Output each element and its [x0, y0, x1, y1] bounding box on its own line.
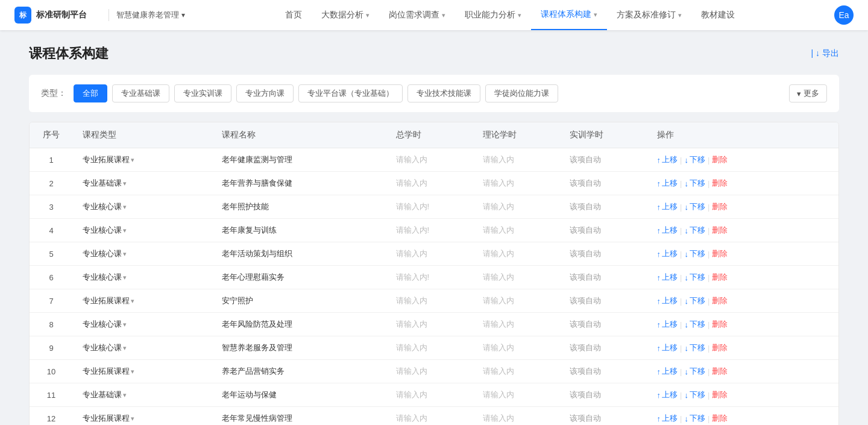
type-dropdown-icon[interactable]: ▾ — [123, 250, 127, 258]
move-down-button[interactable]: 下移 — [690, 413, 705, 424]
cell-type[interactable]: 专业拓展课程▾ — [73, 148, 212, 172]
cell-theory[interactable]: 请输入内 — [473, 313, 560, 336]
filter-tech[interactable]: 专业技术技能课 — [407, 84, 480, 102]
cell-total[interactable]: 请输入内 — [386, 336, 473, 360]
cell-type[interactable]: 专业核心课▾ — [73, 336, 212, 360]
cell-theory[interactable]: 请输入内 — [473, 219, 560, 242]
cell-type[interactable]: 专业拓展课程▾ — [73, 407, 212, 426]
delete-button[interactable]: 删除 — [712, 389, 728, 400]
move-down-button[interactable]: 下移 — [690, 225, 705, 236]
up-arrow-icon[interactable]: ↑ — [657, 250, 661, 259]
type-dropdown-icon[interactable]: ▾ — [131, 415, 134, 423]
cell-type[interactable]: 专业核心课▾ — [73, 195, 212, 219]
up-arrow-icon[interactable]: ↑ — [657, 297, 661, 306]
cell-type[interactable]: 专业核心课▾ — [73, 266, 212, 289]
move-up-button[interactable]: 上移 — [662, 225, 678, 236]
cell-theory[interactable]: 请输入内 — [473, 195, 560, 219]
nav-item-ability[interactable]: 职业能力分析 ▾ — [455, 0, 531, 30]
up-arrow-icon[interactable]: ↑ — [657, 179, 661, 188]
move-down-button[interactable]: 下移 — [690, 295, 705, 306]
up-arrow-icon[interactable]: ↑ — [657, 156, 661, 165]
cell-theory[interactable]: 请输入内 — [473, 172, 560, 195]
move-up-button[interactable]: 上移 — [662, 248, 678, 259]
delete-button[interactable]: 删除 — [712, 225, 728, 236]
type-dropdown-icon[interactable]: ▾ — [123, 203, 127, 211]
type-dropdown-icon[interactable]: ▾ — [123, 180, 127, 187]
filter-direction[interactable]: 专业方向课 — [236, 84, 294, 102]
nav-item-position[interactable]: 岗位需求调查 ▾ — [379, 0, 455, 30]
move-up-button[interactable]: 上移 — [662, 319, 678, 330]
cell-type[interactable]: 专业拓展课程▾ — [73, 360, 212, 383]
move-up-button[interactable]: 上移 — [662, 201, 678, 212]
move-down-button[interactable]: 下移 — [690, 178, 705, 189]
cell-theory[interactable]: 请输入内 — [473, 360, 560, 383]
filter-practice[interactable]: 专业实训课 — [174, 84, 231, 102]
down-arrow-icon[interactable]: ↓ — [684, 367, 688, 376]
cell-total[interactable]: 请输入内 — [386, 148, 473, 172]
cell-total[interactable]: 请输入内! — [386, 219, 473, 242]
type-dropdown-icon[interactable]: ▾ — [123, 321, 127, 329]
type-dropdown-icon[interactable]: ▾ — [123, 344, 127, 352]
cell-type[interactable]: 专业核心课▾ — [73, 313, 212, 336]
down-arrow-icon[interactable]: ↓ — [684, 226, 688, 235]
cell-theory[interactable]: 请输入内 — [473, 407, 560, 426]
cell-theory[interactable]: 请输入内 — [473, 148, 560, 172]
up-arrow-icon[interactable]: ↑ — [657, 226, 661, 235]
cell-type[interactable]: 专业基础课▾ — [73, 383, 212, 407]
move-up-button[interactable]: 上移 — [662, 389, 678, 400]
type-dropdown-icon[interactable]: ▾ — [131, 297, 134, 305]
move-up-button[interactable]: 上移 — [662, 413, 678, 424]
nav-item-bigdata[interactable]: 大数据分析 ▾ — [312, 0, 379, 30]
move-down-button[interactable]: 下移 — [690, 201, 705, 212]
filter-apprentice[interactable]: 学徒岗位能力课 — [485, 84, 558, 102]
move-up-button[interactable]: 上移 — [662, 366, 678, 377]
move-up-button[interactable]: 上移 — [662, 178, 678, 189]
down-arrow-icon[interactable]: ↓ — [684, 179, 688, 188]
cell-total[interactable]: 请输入内! — [386, 266, 473, 289]
down-arrow-icon[interactable]: ↓ — [684, 320, 688, 329]
move-down-button[interactable]: 下移 — [690, 248, 705, 259]
cell-type[interactable]: 专业核心课▾ — [73, 242, 212, 266]
down-arrow-icon[interactable]: ↓ — [684, 344, 688, 353]
cell-type[interactable]: 专业基础课▾ — [73, 172, 212, 195]
cell-total[interactable]: 请输入内 — [386, 360, 473, 383]
cell-total[interactable]: 请输入内 — [386, 289, 473, 313]
up-arrow-icon[interactable]: ↑ — [657, 273, 661, 282]
move-down-button[interactable]: 下移 — [690, 342, 705, 353]
cell-total[interactable]: 请输入内 — [386, 407, 473, 426]
delete-button[interactable]: 删除 — [712, 366, 728, 377]
delete-button[interactable]: 删除 — [712, 201, 728, 212]
move-down-button[interactable]: 下移 — [690, 319, 705, 330]
move-down-button[interactable]: 下移 — [690, 154, 705, 165]
up-arrow-icon[interactable]: ↑ — [657, 391, 661, 400]
more-button[interactable]: ▾ 更多 — [789, 84, 827, 102]
delete-button[interactable]: 删除 — [712, 342, 728, 353]
move-up-button[interactable]: 上移 — [662, 342, 678, 353]
delete-button[interactable]: 删除 — [712, 178, 728, 189]
cell-total[interactable]: 请输入内 — [386, 313, 473, 336]
move-up-button[interactable]: 上移 — [662, 154, 678, 165]
type-dropdown-icon[interactable]: ▾ — [123, 391, 127, 399]
type-dropdown-icon[interactable]: ▾ — [123, 274, 127, 282]
down-arrow-icon[interactable]: ↓ — [684, 273, 688, 282]
type-dropdown-icon[interactable]: ▾ — [131, 156, 134, 164]
nav-item-home[interactable]: 首页 — [275, 0, 312, 30]
delete-button[interactable]: 删除 — [712, 154, 728, 165]
delete-button[interactable]: 删除 — [712, 272, 728, 283]
cell-theory[interactable]: 请输入内 — [473, 336, 560, 360]
up-arrow-icon[interactable]: ↑ — [657, 414, 661, 423]
delete-button[interactable]: 删除 — [712, 413, 728, 424]
up-arrow-icon[interactable]: ↑ — [657, 203, 661, 212]
cell-theory[interactable]: 请输入内 — [473, 242, 560, 266]
down-arrow-icon[interactable]: ↓ — [684, 391, 688, 400]
cell-type[interactable]: 专业拓展课程▾ — [73, 289, 212, 313]
nav-item-standard[interactable]: 方案及标准修订 ▾ — [607, 0, 691, 30]
filter-basic[interactable]: 专业基础课 — [112, 84, 169, 102]
up-arrow-icon[interactable]: ↑ — [657, 344, 661, 353]
type-dropdown-icon[interactable]: ▾ — [123, 227, 127, 235]
cell-theory[interactable]: 请输入内 — [473, 289, 560, 313]
delete-button[interactable]: 删除 — [712, 295, 728, 306]
nav-item-curriculum[interactable]: 课程体系构建 ▾ — [531, 0, 607, 30]
down-arrow-icon[interactable]: ↓ — [684, 297, 688, 306]
down-arrow-icon[interactable]: ↓ — [684, 414, 688, 423]
